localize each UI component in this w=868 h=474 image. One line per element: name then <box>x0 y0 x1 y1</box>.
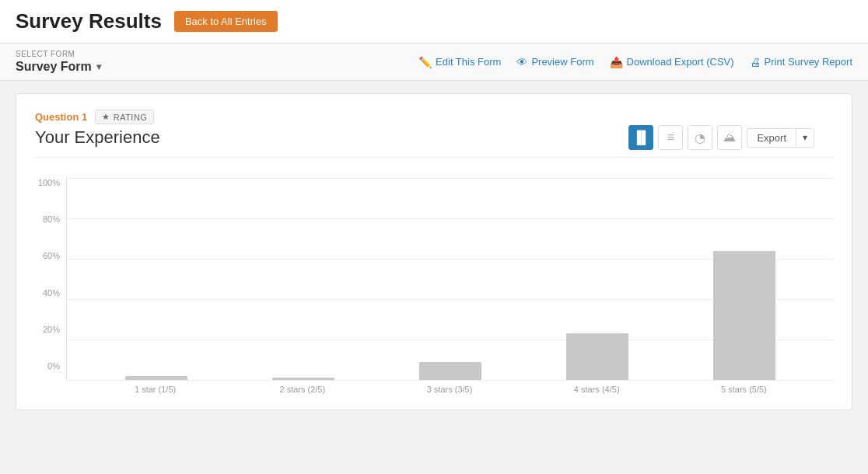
edit-form-link[interactable]: ✏️ Edit This Form <box>418 56 501 68</box>
y-label-0: 0% <box>47 361 60 371</box>
area-chart-icon: ⛰ <box>723 131 736 145</box>
question-card: Question 1 ★ RATING ▐▌ ≡ ◔ <box>16 93 852 410</box>
bar-chart-button[interactable]: ▐▌ <box>628 125 653 150</box>
bar-group-5 <box>670 251 817 380</box>
toolbar: SELECT FORM Survey Form ▾ ✏️ Edit This F… <box>0 44 868 81</box>
x-label-5: 5 stars (5/5) <box>670 385 817 394</box>
question-type-badge: ★ RATING <box>95 110 154 124</box>
pie-chart-icon: ◔ <box>695 131 705 145</box>
area-chart-button[interactable]: ⛰ <box>717 125 742 150</box>
top-header: Survey Results Back to All Entries <box>0 0 868 44</box>
chart-body: 1 star (1/5) 2 stars (2/5) 3 stars (3/5)… <box>66 178 833 394</box>
bar-group-2 <box>229 378 376 380</box>
download-icon: 📤 <box>610 56 623 68</box>
edit-icon: ✏️ <box>418 56 432 68</box>
eye-icon: 👁 <box>516 56 527 68</box>
chart-wrapper: 100% 80% 60% 40% 20% 0% <box>35 178 833 394</box>
bar-2 <box>272 378 334 380</box>
x-label-1: 1 star (1/5) <box>82 385 229 394</box>
bar-4 <box>566 333 628 380</box>
print-survey-label: Print Survey Report <box>765 56 852 68</box>
question-card-inner: Question 1 ★ RATING ▐▌ ≡ ◔ <box>35 110 833 394</box>
bar-group-1 <box>82 376 229 380</box>
page-title: Survey Results <box>16 9 162 33</box>
bar-5 <box>713 251 775 380</box>
export-chevron-icon: ▾ <box>796 129 814 146</box>
preview-form-label: Preview Form <box>531 56 593 68</box>
chevron-down-icon: ▾ <box>96 61 101 72</box>
bar-group-4 <box>523 333 670 380</box>
print-survey-link[interactable]: 🖨 Print Survey Report <box>750 56 852 68</box>
download-export-link[interactable]: 📤 Download Export (CSV) <box>610 56 734 68</box>
print-icon: 🖨 <box>750 56 761 68</box>
list-view-button[interactable]: ≡ <box>658 125 683 150</box>
select-form-label: SELECT FORM <box>16 50 101 58</box>
star-icon: ★ <box>102 112 110 122</box>
export-dropdown[interactable]: Export ▾ <box>747 128 814 148</box>
question-type-label: RATING <box>114 113 148 122</box>
x-label-2: 2 stars (2/5) <box>229 385 376 394</box>
bar-group-3 <box>376 362 523 380</box>
y-label-60: 60% <box>43 251 60 260</box>
edit-form-label: Edit This Form <box>436 56 501 68</box>
main-content: Question 1 ★ RATING ▐▌ ≡ ◔ <box>0 81 868 423</box>
divider <box>35 157 833 158</box>
back-to-all-entries-button[interactable]: Back to All Entries <box>174 11 278 32</box>
chart-area: 100% 80% 60% 40% 20% 0% <box>35 170 833 394</box>
y-label-80: 80% <box>43 214 60 224</box>
pie-chart-button[interactable]: ◔ <box>688 125 712 150</box>
download-export-label: Download Export (CSV) <box>627 56 734 68</box>
grid-line-0 <box>67 380 833 381</box>
form-select-wrapper: SELECT FORM Survey Form ▾ <box>16 50 101 74</box>
chart-controls: ▐▌ ≡ ◔ ⛰ Export ▾ <box>628 125 814 150</box>
y-label-40: 40% <box>43 288 60 298</box>
question-number: Question 1 <box>35 111 87 123</box>
chart-grid <box>66 178 833 380</box>
form-select-value: Survey Form <box>16 60 92 74</box>
x-label-4: 4 stars (4/5) <box>523 385 670 394</box>
x-labels: 1 star (1/5) 2 stars (2/5) 3 stars (3/5)… <box>66 380 833 394</box>
question-header: Question 1 ★ RATING ▐▌ ≡ ◔ <box>35 110 833 124</box>
y-label-100: 100% <box>38 178 60 187</box>
bar-chart-icon: ▐▌ <box>632 131 650 145</box>
list-icon: ≡ <box>667 131 674 145</box>
form-select-dropdown[interactable]: Survey Form ▾ <box>16 60 101 74</box>
preview-form-link[interactable]: 👁 Preview Form <box>516 56 593 68</box>
bar-3 <box>419 362 481 380</box>
y-axis: 100% 80% 60% 40% 20% 0% <box>35 178 66 394</box>
bar-1 <box>125 376 187 380</box>
x-label-3: 3 stars (3/5) <box>376 385 523 394</box>
bars-row <box>67 178 833 380</box>
y-label-20: 20% <box>43 325 60 334</box>
export-label: Export <box>747 129 796 147</box>
toolbar-actions: ✏️ Edit This Form 👁 Preview Form 📤 Downl… <box>418 56 852 68</box>
